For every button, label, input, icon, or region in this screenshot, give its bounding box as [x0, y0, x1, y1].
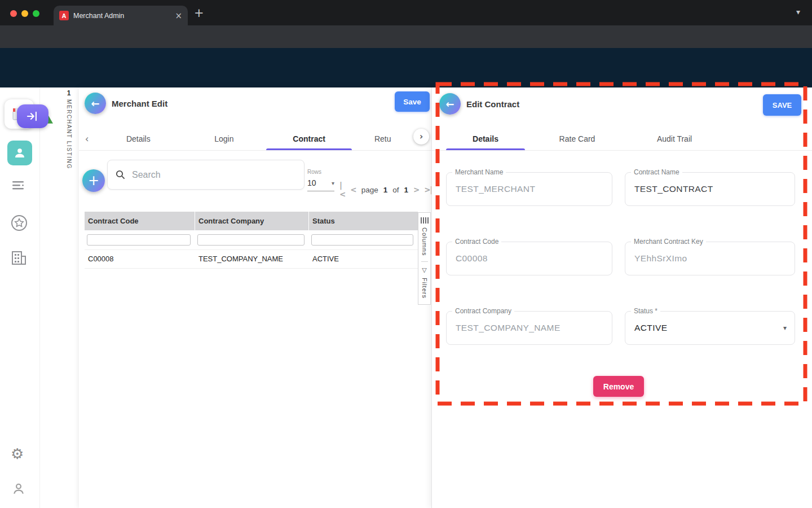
browser-address-bar: ← → ↻ akaun.cloud /#/applets/wavelet/erp… — [0, 25, 812, 48]
page-of-word: of — [392, 186, 399, 194]
remove-button[interactable]: Remove — [593, 376, 644, 397]
merchant-name-field[interactable]: Merchant Name TEST_MERCHANT — [446, 172, 612, 206]
sidebar-item-listing-icon[interactable] — [11, 179, 27, 193]
contract-code-field[interactable]: Contract Code C00008 — [446, 242, 612, 275]
applet-login-icon[interactable] — [17, 104, 48, 128]
contract-search-box — [107, 160, 304, 190]
merchant-save-button[interactable]: Save — [395, 91, 430, 112]
filter-status-input[interactable] — [311, 234, 413, 246]
next-page-button[interactable]: > — [413, 185, 419, 194]
contract-save-button[interactable]: SAVE — [763, 94, 801, 116]
merchant-edit-title: Merchant Edit — [112, 99, 167, 108]
merchant-edit-back-button[interactable]: ← — [85, 93, 106, 114]
tab-details[interactable]: Details — [95, 127, 182, 150]
macos-minimize-button[interactable] — [21, 10, 28, 17]
rows-caret-icon: ▾ — [332, 180, 334, 186]
filters-tool-button[interactable]: ▽ Filters — [421, 261, 428, 304]
first-page-button[interactable]: |< — [339, 181, 345, 199]
page-total: 1 — [404, 186, 408, 194]
contracts-filter-row — [85, 230, 418, 250]
status-label: Status * — [631, 307, 660, 315]
contract-code-value: C00008 — [456, 253, 488, 264]
filter-contract-code-input[interactable] — [87, 234, 191, 246]
screen: A Merchant Admin × + ▾ ← → ↻ akaun.cloud… — [0, 0, 812, 508]
app-sidebar: ⚙ — [0, 87, 40, 508]
macos-zoom-button[interactable] — [33, 10, 39, 17]
contract-code-label: Contract Code — [452, 238, 501, 246]
page-current: 1 — [383, 186, 388, 194]
tab-close-icon[interactable]: × — [175, 11, 182, 21]
settings-gear-icon[interactable]: ⚙ — [11, 445, 24, 462]
column-status[interactable]: Status — [309, 212, 418, 230]
sidebar-item-merchant[interactable] — [7, 141, 32, 165]
column-contract-company[interactable]: Contract Company — [195, 212, 309, 230]
column-contract-code[interactable]: Contract Code — [85, 212, 195, 230]
merchant-contract-key-label: Merchant Contract Key — [631, 238, 706, 246]
macos-close-button[interactable] — [10, 10, 17, 17]
prev-page-button[interactable]: < — [350, 185, 356, 194]
contract-company-field[interactable]: Contract Company TEST_COMPANY_NAME — [446, 311, 612, 345]
merchant-contract-key-field[interactable]: Merchant Contract Key YEhhSrXImo — [625, 242, 795, 275]
search-icon — [116, 170, 125, 179]
browser-tab[interactable]: A Merchant Admin × — [54, 6, 188, 25]
new-tab-button[interactable]: + — [194, 6, 204, 20]
add-contract-button[interactable]: + — [82, 169, 105, 192]
status-value: ACTIVE — [634, 323, 667, 333]
tab-title: Merchant Admin — [73, 12, 170, 20]
filters-label: Filters — [421, 278, 428, 299]
table-tools-strip: Columns ▽ Filters — [418, 212, 431, 305]
sidebar-item-favorites-icon[interactable] — [10, 214, 28, 232]
page-word: page — [361, 186, 378, 194]
merchant-edit-tabs: ‹ Details Login Contract Retu — [79, 127, 431, 151]
merchant-contract-key-value: YEhhSrXImo — [634, 253, 687, 264]
tab-login[interactable]: Login — [182, 127, 267, 150]
tab-rate-card[interactable]: Rate Card — [531, 127, 624, 150]
merchant-name-label: Merchant Name — [452, 168, 506, 176]
rows-label: Rows — [307, 169, 321, 175]
filter-funnel-icon: ▽ — [422, 266, 426, 274]
listing-rail: 1 MERCHANT LISTING — [63, 89, 74, 169]
cell-status: ACTIVE — [309, 255, 418, 263]
cell-contract-code: C00008 — [85, 255, 195, 263]
browser-tab-strip: A Merchant Admin × + ▾ — [0, 0, 812, 25]
sidebar-item-organization-icon[interactable] — [10, 250, 27, 266]
columns-icon — [421, 217, 429, 224]
merchant-name-value: TEST_MERCHANT — [456, 184, 535, 194]
status-select[interactable]: Status * ACTIVE ▾ — [625, 311, 795, 345]
table-row[interactable]: C00008 TEST_COMPANY_NAME ACTIVE — [85, 249, 418, 269]
rows-per-page-select[interactable]: 10 ▾ — [307, 178, 334, 191]
contracts-table-header: Contract Code Contract Company Status — [85, 212, 418, 230]
search-input[interactable] — [131, 169, 280, 181]
contract-name-label: Contract Name — [631, 168, 682, 176]
contract-name-value: TEST_CONTRACT — [634, 184, 713, 194]
columns-tool-button[interactable]: Columns — [421, 213, 429, 261]
tab-favicon-icon: A — [59, 11, 69, 20]
tabs-scroll-left-icon[interactable]: ‹ — [79, 127, 95, 150]
contract-name-field[interactable]: Contract Name TEST_CONTRACT — [625, 172, 795, 206]
edit-contract-tabs: Details Rate Card Audit Trail — [432, 127, 812, 151]
merchant-edit-panel: ← Merchant Edit Save ‹ Details Login Con… — [79, 87, 431, 508]
edit-contract-panel: ← Edit Contract SAVE Details Rate Card A… — [431, 87, 812, 508]
status-caret-icon: ▾ — [783, 324, 787, 332]
contract-company-label: Contract Company — [452, 307, 514, 315]
tab-audit-trail[interactable]: Audit Trail — [629, 127, 720, 150]
tab-contract-details[interactable]: Details — [446, 127, 525, 150]
filter-contract-company-input[interactable] — [197, 234, 304, 246]
pagination: |< < page 1 of 1 > >| — [339, 181, 433, 199]
rows-value: 10 — [307, 178, 316, 187]
tabs-scroll-right-button[interactable]: › — [413, 129, 429, 144]
listing-rail-label: MERCHANT LISTING — [66, 99, 72, 169]
app-header: akaun — [0, 48, 812, 87]
tab-contract[interactable]: Contract — [266, 127, 352, 150]
listing-rail-index: 1 — [63, 89, 74, 97]
edit-contract-back-button[interactable]: ← — [439, 93, 461, 115]
contract-company-value: TEST_COMPANY_NAME — [456, 323, 561, 333]
window-chevron-icon[interactable]: ▾ — [796, 7, 800, 16]
account-icon[interactable] — [11, 481, 26, 496]
columns-label: Columns — [421, 227, 428, 256]
edit-contract-title: Edit Contract — [466, 99, 519, 109]
cell-contract-company: TEST_COMPANY_NAME — [195, 255, 309, 263]
